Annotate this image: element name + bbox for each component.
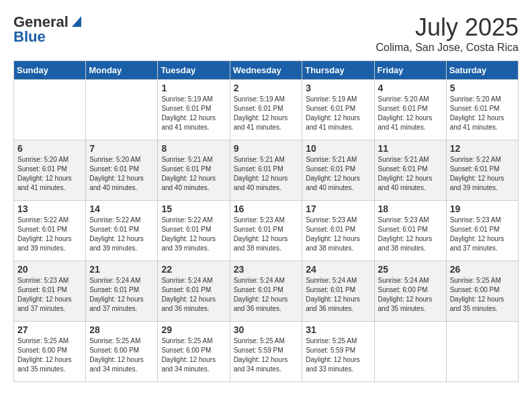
header-day-wednesday: Wednesday bbox=[230, 61, 302, 80]
logo-icon bbox=[69, 15, 84, 30]
day-number: 8 bbox=[161, 143, 226, 154]
day-info: Sunrise: 5:20 AMSunset: 6:01 PMDaylight:… bbox=[89, 155, 154, 193]
day-info: Sunrise: 5:24 AMSunset: 6:01 PMDaylight:… bbox=[306, 276, 370, 314]
day-info: Sunrise: 5:19 AMSunset: 6:01 PMDaylight:… bbox=[306, 95, 370, 132]
day-info: Sunrise: 5:22 AMSunset: 6:01 PMDaylight:… bbox=[161, 216, 226, 253]
calendar-cell: 6Sunrise: 5:20 AMSunset: 6:01 PMDaylight… bbox=[14, 140, 86, 201]
calendar-cell: 3Sunrise: 5:19 AMSunset: 6:01 PMDaylight… bbox=[302, 80, 374, 140]
day-info: Sunrise: 5:19 AMSunset: 6:01 PMDaylight:… bbox=[161, 95, 226, 132]
day-info: Sunrise: 5:22 AMSunset: 6:01 PMDaylight:… bbox=[450, 155, 515, 193]
header-row: SundayMondayTuesdayWednesdayThursdayFrid… bbox=[14, 61, 519, 80]
calendar-cell: 27Sunrise: 5:25 AMSunset: 6:00 PMDayligh… bbox=[14, 322, 86, 382]
day-number: 27 bbox=[17, 324, 82, 335]
day-number: 3 bbox=[306, 83, 370, 93]
calendar-cell: 23Sunrise: 5:24 AMSunset: 6:01 PMDayligh… bbox=[230, 261, 302, 322]
calendar-cell bbox=[374, 322, 446, 382]
calendar-cell: 26Sunrise: 5:25 AMSunset: 6:00 PMDayligh… bbox=[446, 261, 518, 322]
header-day-tuesday: Tuesday bbox=[158, 61, 230, 80]
day-number: 1 bbox=[161, 83, 226, 93]
day-info: Sunrise: 5:22 AMSunset: 6:01 PMDaylight:… bbox=[89, 216, 154, 253]
day-number: 20 bbox=[17, 264, 82, 275]
week-row-2: 6Sunrise: 5:20 AMSunset: 6:01 PMDaylight… bbox=[14, 140, 519, 201]
day-info: Sunrise: 5:21 AMSunset: 6:01 PMDaylight:… bbox=[378, 155, 443, 193]
day-info: Sunrise: 5:21 AMSunset: 6:01 PMDaylight:… bbox=[161, 155, 226, 193]
calendar-cell: 18Sunrise: 5:23 AMSunset: 6:01 PMDayligh… bbox=[374, 201, 446, 261]
day-number: 5 bbox=[450, 83, 515, 93]
day-info: Sunrise: 5:25 AMSunset: 5:59 PMDaylight:… bbox=[306, 336, 370, 374]
day-info: Sunrise: 5:23 AMSunset: 6:01 PMDaylight:… bbox=[17, 276, 82, 314]
week-row-4: 20Sunrise: 5:23 AMSunset: 6:01 PMDayligh… bbox=[14, 261, 519, 322]
day-number: 11 bbox=[378, 143, 443, 154]
day-number: 13 bbox=[17, 203, 82, 214]
day-info: Sunrise: 5:23 AMSunset: 6:01 PMDaylight:… bbox=[306, 216, 370, 253]
day-info: Sunrise: 5:25 AMSunset: 6:00 PMDaylight:… bbox=[89, 336, 154, 374]
calendar-cell: 13Sunrise: 5:22 AMSunset: 6:01 PMDayligh… bbox=[14, 201, 86, 261]
day-info: Sunrise: 5:24 AMSunset: 6:01 PMDaylight:… bbox=[161, 276, 226, 314]
day-info: Sunrise: 5:23 AMSunset: 6:01 PMDaylight:… bbox=[450, 216, 515, 253]
calendar-cell bbox=[86, 80, 158, 140]
calendar-cell: 8Sunrise: 5:21 AMSunset: 6:01 PMDaylight… bbox=[158, 140, 230, 201]
calendar-cell: 7Sunrise: 5:20 AMSunset: 6:01 PMDaylight… bbox=[86, 140, 158, 201]
calendar-cell: 31Sunrise: 5:25 AMSunset: 5:59 PMDayligh… bbox=[302, 322, 374, 382]
day-number: 14 bbox=[89, 203, 154, 214]
week-row-3: 13Sunrise: 5:22 AMSunset: 6:01 PMDayligh… bbox=[14, 201, 519, 261]
day-info: Sunrise: 5:22 AMSunset: 6:01 PMDaylight:… bbox=[17, 216, 82, 253]
day-number: 30 bbox=[234, 324, 299, 335]
day-info: Sunrise: 5:20 AMSunset: 6:01 PMDaylight:… bbox=[378, 95, 443, 132]
day-info: Sunrise: 5:19 AMSunset: 6:01 PMDaylight:… bbox=[234, 95, 299, 132]
calendar-table: SundayMondayTuesdayWednesdayThursdayFrid… bbox=[13, 60, 519, 382]
day-number: 24 bbox=[306, 264, 370, 275]
day-info: Sunrise: 5:25 AMSunset: 6:00 PMDaylight:… bbox=[450, 276, 515, 314]
day-number: 12 bbox=[450, 143, 515, 154]
calendar-cell: 25Sunrise: 5:24 AMSunset: 6:00 PMDayligh… bbox=[374, 261, 446, 322]
calendar-cell: 28Sunrise: 5:25 AMSunset: 6:00 PMDayligh… bbox=[86, 322, 158, 382]
page-header: General Blue July 2025 Colima, San Jose,… bbox=[13, 13, 519, 54]
day-info: Sunrise: 5:23 AMSunset: 6:01 PMDaylight:… bbox=[234, 216, 299, 253]
calendar-cell bbox=[14, 80, 86, 140]
day-info: Sunrise: 5:20 AMSunset: 6:01 PMDaylight:… bbox=[450, 95, 515, 132]
calendar-cell: 5Sunrise: 5:20 AMSunset: 6:01 PMDaylight… bbox=[446, 80, 518, 140]
day-number: 4 bbox=[378, 83, 443, 93]
calendar-cell: 16Sunrise: 5:23 AMSunset: 6:01 PMDayligh… bbox=[230, 201, 302, 261]
week-row-1: 1Sunrise: 5:19 AMSunset: 6:01 PMDaylight… bbox=[14, 80, 519, 140]
day-number: 7 bbox=[89, 143, 154, 154]
header-day-friday: Friday bbox=[374, 61, 446, 80]
day-number: 29 bbox=[161, 324, 226, 335]
header-day-thursday: Thursday bbox=[302, 61, 374, 80]
calendar-cell: 24Sunrise: 5:24 AMSunset: 6:01 PMDayligh… bbox=[302, 261, 374, 322]
day-number: 10 bbox=[306, 143, 370, 154]
calendar-cell: 30Sunrise: 5:25 AMSunset: 5:59 PMDayligh… bbox=[230, 322, 302, 382]
day-info: Sunrise: 5:21 AMSunset: 6:01 PMDaylight:… bbox=[234, 155, 299, 193]
day-info: Sunrise: 5:21 AMSunset: 6:01 PMDaylight:… bbox=[306, 155, 370, 193]
calendar-cell: 29Sunrise: 5:25 AMSunset: 6:00 PMDayligh… bbox=[158, 322, 230, 382]
day-number: 15 bbox=[161, 203, 226, 214]
day-number: 31 bbox=[306, 324, 370, 335]
day-info: Sunrise: 5:25 AMSunset: 5:59 PMDaylight:… bbox=[234, 336, 299, 374]
calendar-cell: 22Sunrise: 5:24 AMSunset: 6:01 PMDayligh… bbox=[158, 261, 230, 322]
calendar-cell: 11Sunrise: 5:21 AMSunset: 6:01 PMDayligh… bbox=[374, 140, 446, 201]
day-info: Sunrise: 5:23 AMSunset: 6:01 PMDaylight:… bbox=[378, 216, 443, 253]
day-number: 19 bbox=[450, 203, 515, 214]
day-info: Sunrise: 5:25 AMSunset: 6:00 PMDaylight:… bbox=[161, 336, 226, 374]
header-day-saturday: Saturday bbox=[446, 61, 518, 80]
calendar-cell: 12Sunrise: 5:22 AMSunset: 6:01 PMDayligh… bbox=[446, 140, 518, 201]
logo-blue-text: Blue bbox=[13, 28, 46, 46]
calendar-cell: 4Sunrise: 5:20 AMSunset: 6:01 PMDaylight… bbox=[374, 80, 446, 140]
header-day-sunday: Sunday bbox=[14, 61, 86, 80]
month-title: July 2025 bbox=[375, 13, 519, 42]
calendar-cell: 20Sunrise: 5:23 AMSunset: 6:01 PMDayligh… bbox=[14, 261, 86, 322]
day-number: 21 bbox=[89, 264, 154, 275]
day-number: 28 bbox=[89, 324, 154, 335]
day-number: 17 bbox=[306, 203, 370, 214]
calendar-cell: 21Sunrise: 5:24 AMSunset: 6:01 PMDayligh… bbox=[86, 261, 158, 322]
day-number: 26 bbox=[450, 264, 515, 275]
day-info: Sunrise: 5:25 AMSunset: 6:00 PMDaylight:… bbox=[17, 336, 82, 374]
day-number: 22 bbox=[161, 264, 226, 275]
day-number: 18 bbox=[378, 203, 443, 214]
day-number: 16 bbox=[234, 203, 299, 214]
location-title: Colima, San Jose, Costa Rica bbox=[375, 42, 519, 54]
day-info: Sunrise: 5:24 AMSunset: 6:00 PMDaylight:… bbox=[378, 276, 443, 314]
day-number: 2 bbox=[234, 83, 299, 93]
day-number: 23 bbox=[234, 264, 299, 275]
calendar-cell: 10Sunrise: 5:21 AMSunset: 6:01 PMDayligh… bbox=[302, 140, 374, 201]
